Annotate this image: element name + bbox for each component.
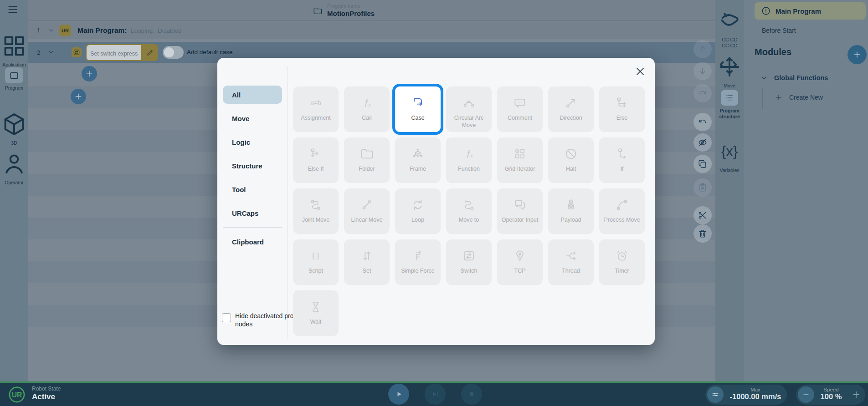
category-tab[interactable]: Clipboard	[223, 233, 282, 251]
global-functions-group[interactable]: Global Functions	[760, 74, 828, 82]
move-icon	[715, 53, 744, 81]
category-tab[interactable]: Logic	[223, 133, 282, 151]
plus-icon[interactable]	[851, 390, 861, 400]
node-tile[interactable]: Case	[395, 86, 441, 132]
switch-expression-input[interactable]	[86, 44, 141, 61]
menu-icon[interactable]	[7, 4, 19, 15]
speed-pill: Speed 100 %	[796, 385, 865, 405]
modules-title: Modules	[755, 47, 791, 57]
add-module-button[interactable]	[847, 45, 867, 64]
speed-settings-button[interactable]	[707, 386, 724, 403]
timer-icon	[615, 249, 629, 263]
max-value: -1000.00 mm/s	[726, 392, 785, 401]
plus-icon	[853, 50, 862, 59]
node-tile: Process Move	[599, 188, 645, 234]
category-tab[interactable]: All	[223, 86, 282, 104]
default-case-toggle[interactable]	[163, 46, 184, 59]
node-tile-label: Else If	[294, 165, 338, 173]
operator-input-icon	[513, 198, 527, 212]
category-tab[interactable]: Move	[223, 109, 282, 127]
step-button	[425, 384, 446, 405]
rail-item-program-structure[interactable]: Program structure	[715, 90, 744, 120]
switch-node-badge	[72, 47, 82, 57]
category-tab[interactable]: Structure	[223, 157, 282, 175]
checkbox[interactable]	[222, 313, 231, 322]
node-tile: Frame	[395, 137, 441, 183]
node-tile-label: Joint Move	[294, 216, 338, 223]
halt-icon	[564, 147, 578, 161]
node-tile-label: Assignment	[294, 114, 338, 122]
svg-text:a=b: a=b	[310, 99, 321, 107]
program-name-value: MotionProfiles	[327, 10, 375, 17]
rail-item-variables[interactable]: {x} Variables	[715, 137, 744, 173]
close-icon[interactable]	[634, 65, 647, 78]
chevron-down-icon	[760, 74, 768, 82]
chevron-down-icon[interactable]	[47, 27, 55, 34]
category-tab[interactable]: Tool	[223, 180, 282, 198]
process-move-icon	[615, 198, 629, 212]
else-if-icon	[308, 147, 323, 161]
node-tile-label: Simple Force	[396, 267, 440, 274]
add-node-button[interactable]	[82, 66, 97, 81]
add-default-case-label: Add default case	[187, 49, 233, 56]
speed-minus-button[interactable]	[798, 386, 814, 403]
node-tile-label: Script	[294, 267, 338, 274]
warning-icon	[761, 6, 771, 16]
sidebar-item-program[interactable]: Program	[0, 67, 28, 91]
before-start-label[interactable]: Before Start	[762, 27, 796, 34]
ur-node-badge: UR	[59, 25, 71, 36]
program-action-button[interactable]	[693, 113, 712, 131]
robot-state-block[interactable]: Robot State Active	[32, 386, 61, 401]
redo-icon	[698, 88, 708, 98]
node-tile-label: Frame	[396, 165, 440, 173]
program-action-button[interactable]	[693, 224, 712, 243]
wait-icon	[308, 299, 323, 314]
linear-move-icon	[360, 198, 374, 212]
chevron-down-icon[interactable]	[47, 49, 55, 56]
node-tile-label: TCP	[498, 267, 542, 274]
play-button[interactable]	[388, 384, 409, 405]
node-tile-label: Comment	[498, 114, 542, 122]
move-to-icon	[462, 198, 476, 212]
robot-state-value: Active	[32, 392, 61, 401]
rail-item-urcap[interactable]: CC CC CC CC	[715, 7, 744, 49]
rail-item-label: Variables	[715, 167, 744, 173]
node-tile: Loop	[395, 188, 441, 234]
sidebar-item-application[interactable]: Application	[0, 32, 28, 67]
program-name-block[interactable]: Program name MotionProfiles	[313, 3, 375, 17]
add-node-button[interactable]	[71, 89, 86, 104]
rail-item-move[interactable]: Move	[715, 53, 744, 89]
program-action-rail	[693, 38, 712, 243]
node-tile-label: Function	[447, 165, 491, 173]
program-row-main[interactable]: 1 UR Main Program: Looping: Disabled	[28, 21, 715, 39]
main-program-node-label: Main Program	[776, 7, 821, 15]
node-tile-label: Halt	[549, 165, 593, 173]
bottom-status-bar: UR Robot State Active Max -1000.00 mm/s …	[0, 381, 868, 406]
program-structure-panel: Main Program Before Start Modules Global…	[744, 0, 868, 381]
svg-text:x: x	[470, 153, 473, 158]
edit-expression-button[interactable]	[141, 44, 158, 61]
category-label: URCaps	[232, 209, 258, 217]
program-action-button[interactable]	[693, 133, 712, 152]
payload-icon	[564, 198, 578, 212]
sidebar-item-operator[interactable]: Operator	[0, 150, 28, 185]
main-program-node-button[interactable]: Main Program	[755, 2, 866, 20]
create-new-function-button[interactable]: Create New	[775, 93, 823, 102]
sidebar-item-label: Program	[0, 85, 28, 91]
ur-badge-icon: UR	[60, 25, 71, 36]
category-label: Move	[232, 115, 249, 122]
app-grid-icon	[0, 32, 28, 60]
max-speed-pill: Max -1000.00 mm/s	[705, 385, 787, 405]
program-action-button[interactable]	[693, 206, 712, 224]
node-tile: Folder	[344, 137, 390, 183]
node-tile: Simple Force	[395, 239, 441, 285]
program-action-button[interactable]	[693, 155, 712, 173]
node-tile: Timer	[599, 239, 645, 285]
category-tab[interactable]: URCaps	[223, 204, 282, 222]
sidebar-item-3d[interactable]: 3D	[0, 110, 28, 146]
right-tool-rail: CC CC CC CC Move Program structure {x} V…	[715, 0, 744, 381]
node-tile: Halt	[548, 137, 594, 183]
speed-value: 100 %	[815, 392, 847, 401]
pencil-icon	[146, 49, 154, 57]
rail-item-label: Program structure	[717, 108, 742, 120]
